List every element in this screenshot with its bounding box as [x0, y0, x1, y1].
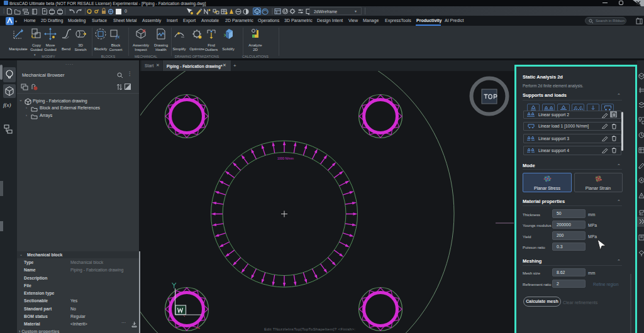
- svg-text:fx: fx: [116, 33, 120, 40]
- svg-text:1000 N/mm: 1000 N/mm: [277, 156, 294, 160]
